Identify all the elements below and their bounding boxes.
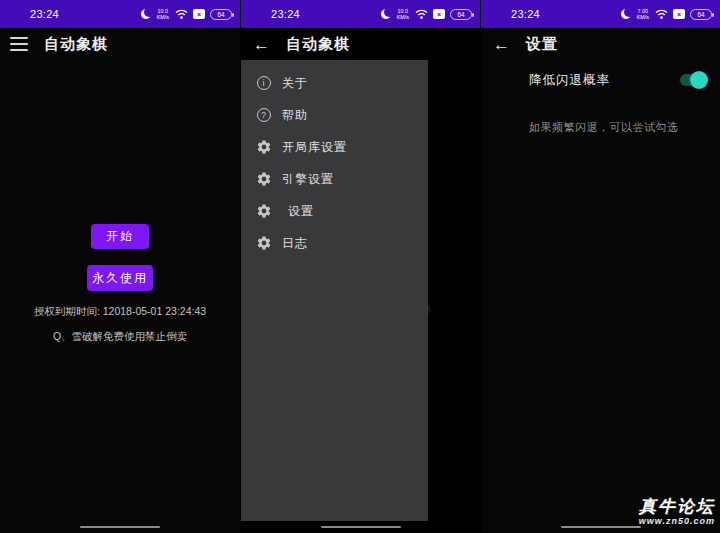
page-title: 自动象棋: [286, 35, 350, 54]
gear-icon: [255, 235, 272, 252]
forum-watermark: 真牛论坛 www.zn50.com: [639, 498, 715, 527]
home-indicator[interactable]: [561, 526, 641, 529]
setting-row-reduce-crash[interactable]: 降低闪退概率: [481, 66, 720, 94]
app-bar: ← 自动象棋: [241, 28, 480, 60]
back-arrow-icon[interactable]: ←: [493, 36, 510, 53]
drawer-item-about[interactable]: i 关于: [241, 67, 428, 99]
network-speed-indicator: 7.00KM/s: [636, 8, 650, 20]
watermark-title: 真牛论坛: [639, 498, 715, 516]
wifi-icon: [175, 9, 188, 19]
app-bar: 自动象棋: [0, 28, 240, 60]
drawer-item-settings[interactable]: 设置: [241, 195, 428, 227]
screen-main: 23:24 10.0KM/s × 64 自动象棋 开始 永久使用 授权到期时间:…: [0, 0, 240, 533]
wifi-icon: [655, 9, 668, 19]
authorization-expiry-text: 授权到期时间: 12018-05-01 23:24:43: [0, 305, 240, 319]
camera-cutout-icon: ×: [193, 9, 205, 19]
page-title: 自动象棋: [44, 35, 108, 54]
status-time: 23:24: [271, 8, 300, 20]
battery-icon: 64: [210, 9, 232, 20]
back-arrow-icon[interactable]: ←: [253, 36, 270, 53]
drawer-item-label: 日志: [282, 235, 308, 252]
gear-icon: [255, 203, 272, 220]
home-indicator[interactable]: [80, 526, 160, 529]
free-use-notice-text: Q、雪破解免费使用禁止倒卖: [0, 330, 240, 344]
page-title: 设置: [526, 35, 558, 54]
screen-drawer: 23:24 10.0KM/s × 64 ← 自动象棋 43: [240, 0, 480, 533]
permanent-use-button[interactable]: 永久使用: [87, 265, 153, 291]
status-bar: 23:24 10.0KM/s × 64: [241, 0, 480, 28]
drawer-item-label: 设置: [288, 203, 314, 220]
drawer-item-engine-settings[interactable]: 引擎设置: [241, 163, 428, 195]
gear-icon: [255, 171, 272, 188]
app-bar: ← 设置: [481, 28, 720, 60]
info-icon: i: [255, 75, 272, 92]
toggle-switch-on[interactable]: [680, 71, 708, 89]
drawer-item-label: 关于: [282, 75, 308, 92]
battery-icon: 64: [450, 9, 472, 20]
night-mode-icon: [141, 9, 151, 19]
camera-cutout-icon: ×: [433, 9, 445, 19]
drawer-item-label: 帮助: [282, 107, 308, 124]
network-speed-indicator: 10.0KM/s: [396, 8, 410, 20]
navigation-drawer: i 关于 ? 帮助 开局库设置 引擎设置: [241, 60, 428, 521]
status-icons: 7.00KM/s × 64: [621, 8, 712, 20]
help-icon: ?: [255, 107, 272, 124]
home-indicator[interactable]: [321, 526, 401, 529]
status-icons: 10.0KM/s × 64: [381, 8, 472, 20]
night-mode-icon: [621, 9, 631, 19]
battery-icon: 64: [690, 9, 712, 20]
drawer-item-opening-book-settings[interactable]: 开局库设置: [241, 131, 428, 163]
status-bar: 23:24 10.0KM/s × 64: [0, 0, 240, 28]
wifi-icon: [415, 9, 428, 19]
drawer-item-label: 引擎设置: [282, 171, 334, 188]
status-time: 23:24: [511, 8, 540, 20]
drawer-item-log[interactable]: 日志: [241, 227, 428, 259]
start-button[interactable]: 开始: [91, 224, 149, 249]
setting-label: 降低闪退概率: [529, 72, 610, 89]
status-icons: 10.0KM/s × 64: [141, 8, 232, 20]
camera-cutout-icon: ×: [673, 9, 685, 19]
screen-settings: 23:24 7.00KM/s × 64 ← 设置 降低闪退概率: [480, 0, 720, 533]
gear-icon: [255, 139, 272, 156]
network-speed-indicator: 10.0KM/s: [156, 8, 170, 20]
triple-screenshot: 23:24 10.0KM/s × 64 自动象棋 开始 永久使用 授权到期时间:…: [0, 0, 720, 533]
watermark-url: www.zn50.com: [639, 516, 715, 527]
drawer-item-help[interactable]: ? 帮助: [241, 99, 428, 131]
status-time: 23:24: [30, 8, 59, 20]
night-mode-icon: [381, 9, 391, 19]
status-bar: 23:24 7.00KM/s × 64: [481, 0, 720, 28]
menu-hamburger-icon[interactable]: [10, 37, 28, 51]
drawer-item-label: 开局库设置: [282, 139, 347, 156]
setting-hint-text: 如果频繁闪退，可以尝试勾选: [529, 120, 679, 135]
